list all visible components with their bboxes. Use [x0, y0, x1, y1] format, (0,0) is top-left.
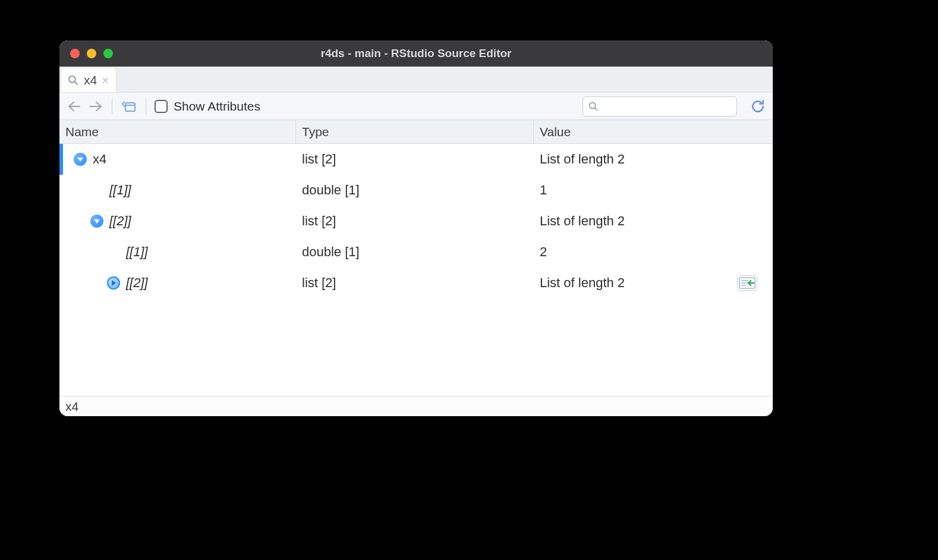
- row-type: double [1]: [296, 183, 534, 198]
- row-type: double [1]: [296, 244, 534, 260]
- close-window-button[interactable]: [70, 49, 80, 58]
- svg-line-1: [75, 81, 78, 84]
- object-tree: x4list [2]List of length 2[[1]]double [1…: [59, 144, 773, 396]
- send-to-console-button[interactable]: [737, 275, 757, 291]
- toolbar: Show Attributes: [59, 93, 773, 120]
- toolbar-separator: [112, 99, 112, 114]
- row-type: list [2]: [296, 275, 534, 291]
- status-bar: x4: [59, 396, 773, 416]
- disclosure-none: [90, 184, 103, 197]
- tree-row[interactable]: [[2]]list [2]List of length 2: [59, 206, 773, 237]
- disclosure-down-icon[interactable]: [90, 215, 103, 228]
- row-name: [[2]]: [126, 275, 148, 291]
- status-path: x4: [65, 399, 78, 414]
- tab-x4[interactable]: x4 ×: [61, 67, 117, 92]
- tree-row[interactable]: [[1]]double [1]2: [59, 237, 773, 268]
- tree-row[interactable]: [[2]]list [2]List of length 2: [59, 268, 773, 298]
- refresh-button[interactable]: [750, 99, 766, 114]
- row-value: 2: [540, 244, 547, 260]
- traffic-lights: [59, 49, 113, 58]
- row-value: 1: [540, 183, 547, 198]
- disclosure-none: [107, 246, 120, 259]
- disclosure-right-icon[interactable]: [107, 276, 120, 290]
- show-attributes-checkbox[interactable]: [155, 100, 168, 113]
- titlebar: r4ds - main - RStudio Source Editor: [59, 40, 773, 67]
- tree-row[interactable]: [[1]]double [1]1: [59, 175, 773, 206]
- open-in-new-window-button[interactable]: [121, 99, 137, 114]
- forward-button[interactable]: [88, 100, 103, 113]
- row-value: List of length 2: [540, 275, 625, 291]
- row-name: [[1]]: [109, 183, 131, 198]
- svg-rect-2: [125, 103, 135, 111]
- row-value: List of length 2: [540, 152, 625, 167]
- show-attributes-label: Show Attributes: [174, 99, 260, 114]
- search-field[interactable]: [599, 100, 732, 112]
- header-value[interactable]: Value: [534, 120, 773, 143]
- toolbar-separator: [146, 99, 146, 114]
- disclosure-down-icon[interactable]: [74, 153, 87, 166]
- search-input[interactable]: [583, 96, 737, 117]
- header-type[interactable]: Type: [296, 120, 534, 143]
- svg-point-0: [69, 75, 75, 82]
- row-name: [[2]]: [109, 213, 131, 229]
- search-icon: [67, 74, 79, 86]
- row-value: List of length 2: [540, 213, 625, 229]
- column-headers: Name Type Value: [59, 120, 773, 144]
- tree-row[interactable]: x4list [2]List of length 2: [59, 144, 773, 175]
- header-name[interactable]: Name: [59, 120, 296, 143]
- tab-label: x4: [84, 73, 97, 87]
- tab-bar: x4 ×: [59, 67, 773, 93]
- minimize-window-button[interactable]: [87, 49, 96, 58]
- svg-line-4: [595, 108, 598, 111]
- back-button[interactable]: [67, 100, 82, 113]
- maximize-window-button[interactable]: [103, 49, 113, 58]
- window: r4ds - main - RStudio Source Editor x4 ×: [59, 40, 773, 416]
- close-tab-icon[interactable]: ×: [102, 74, 109, 86]
- row-type: list [2]: [296, 152, 534, 167]
- row-name: x4: [93, 152, 106, 167]
- row-name: [[1]]: [126, 244, 148, 260]
- window-title: r4ds - main - RStudio Source Editor: [59, 47, 773, 60]
- svg-point-3: [590, 102, 596, 108]
- row-type: list [2]: [296, 213, 534, 229]
